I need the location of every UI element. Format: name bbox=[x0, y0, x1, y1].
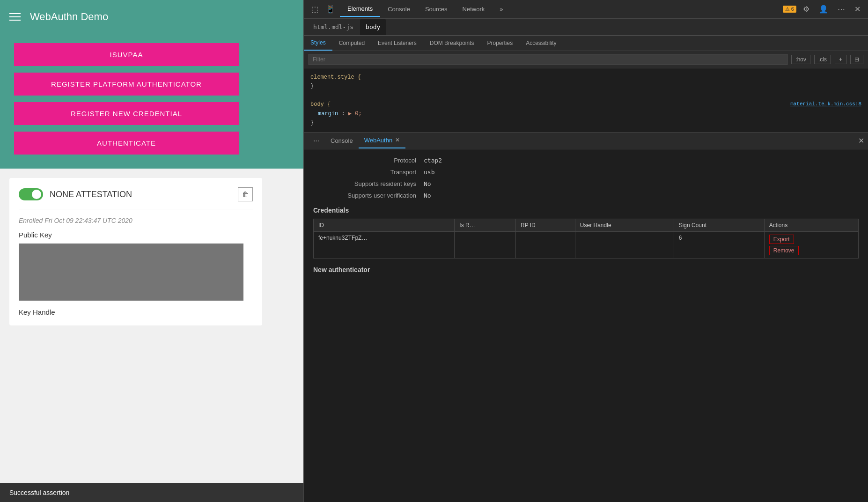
hamburger-menu-icon[interactable] bbox=[9, 13, 21, 21]
transport-label: Transport bbox=[313, 169, 416, 176]
tab-elements[interactable]: Elements bbox=[340, 1, 380, 17]
col-user-handle: User Handle bbox=[575, 219, 674, 231]
credential-is-r bbox=[455, 231, 516, 258]
margin-property: margin bbox=[318, 111, 338, 117]
transport-value: usb bbox=[424, 169, 434, 176]
devtools-panel: ⬚ 📱 Elements Console Sources Network » ⚠… bbox=[303, 0, 868, 502]
styles-tabs: Styles Computed Event Listeners DOM Brea… bbox=[304, 36, 868, 51]
export-credential-button[interactable]: Export bbox=[769, 235, 794, 244]
credential-sign-count: 6 bbox=[674, 231, 764, 258]
credential-card: NONE ATTESTATION 🗑 Enrolled Fri Oct 09 2… bbox=[9, 178, 262, 325]
hov-button[interactable]: :hov bbox=[791, 55, 810, 64]
key-handle-label: Key Handle bbox=[19, 308, 253, 316]
credential-rp-id bbox=[515, 231, 575, 258]
close-bottom-panel-button[interactable]: ✕ bbox=[858, 136, 864, 145]
cls-button[interactable]: .cls bbox=[814, 55, 831, 64]
card-title: NONE ATTESTATION bbox=[50, 190, 132, 199]
public-key-box bbox=[19, 244, 243, 301]
bottom-panel: ⋯ Console WebAuthn ✕ ✕ Protocol ctap2 Tr… bbox=[304, 133, 868, 502]
feedback-icon[interactable]: 👤 bbox=[816, 3, 831, 15]
user-verification-label: Supports user verification bbox=[313, 192, 416, 199]
close-devtools-button[interactable]: ✕ bbox=[852, 3, 863, 15]
toolbar-right: ⚠ 6 ⚙ 👤 ⋯ ✕ bbox=[783, 3, 863, 15]
tab-console[interactable]: Console bbox=[380, 1, 418, 17]
content-section: NONE ATTESTATION 🗑 Enrolled Fri Oct 09 2… bbox=[0, 169, 303, 483]
webauthn-panel: Protocol ctap2 Transport usb Supports re… bbox=[304, 149, 868, 502]
more-options-icon[interactable]: ⋯ bbox=[835, 3, 848, 15]
element-style-block: element.style { } bbox=[304, 68, 868, 96]
tab-styles[interactable]: Styles bbox=[304, 36, 332, 51]
protocol-row: Protocol ctap2 bbox=[313, 157, 859, 164]
margin-value: ▶ 0; bbox=[348, 111, 362, 117]
tab-sources[interactable]: Sources bbox=[418, 1, 455, 17]
enrolled-date: Enrolled Fri Oct 09 22:43:47 UTC 2020 bbox=[19, 217, 253, 224]
bottom-console-tab[interactable]: Console bbox=[325, 133, 359, 148]
col-sign-count: Sign Count bbox=[674, 219, 764, 231]
tab-network[interactable]: Network bbox=[455, 1, 493, 17]
isuv-button[interactable]: ISUVPAA bbox=[14, 43, 239, 66]
credential-id: fe+nuknu3ZTFpZ… bbox=[314, 231, 455, 258]
body-selector: body { bbox=[310, 101, 331, 108]
webauthn-tab-close[interactable]: ✕ bbox=[395, 137, 400, 143]
credentials-title: Credentials bbox=[313, 207, 859, 214]
credential-row: fe+nuknu3ZTFpZ… 6 Export Remove bbox=[314, 231, 859, 258]
status-message: Successful assertion bbox=[9, 489, 69, 496]
remove-credential-button[interactable]: Remove bbox=[769, 246, 799, 255]
transport-row: Transport usb bbox=[313, 169, 859, 176]
register-credential-button[interactable]: REGISTER NEW CREDENTIAL bbox=[14, 102, 239, 125]
register-platform-button[interactable]: REGISTER PLATFORM AUTHENTICATOR bbox=[14, 73, 239, 96]
resident-keys-row: Supports resident keys No bbox=[313, 180, 859, 187]
body-element-tab[interactable]: body bbox=[360, 19, 386, 35]
tab-accessibility[interactable]: Accessibility bbox=[519, 36, 563, 51]
credential-user-handle bbox=[575, 231, 674, 258]
app-header: WebAuthn Demo bbox=[0, 0, 303, 34]
user-verification-value: No bbox=[424, 192, 431, 199]
devtools-toolbar: ⬚ 📱 Elements Console Sources Network » ⚠… bbox=[304, 0, 868, 19]
settings-icon[interactable]: ⚙ bbox=[800, 3, 812, 15]
source-link[interactable]: material.te…k.min.css:8 bbox=[790, 100, 861, 109]
left-panel: WebAuthn Demo ISUVPAA REGISTER PLATFORM … bbox=[0, 0, 303, 502]
filter-input[interactable] bbox=[309, 54, 787, 65]
status-bar: Successful assertion bbox=[0, 483, 303, 502]
element-style-selector: element.style { bbox=[310, 74, 361, 81]
warning-badge: ⚠ 6 bbox=[783, 6, 796, 13]
device-tool-icon[interactable]: 📱 bbox=[323, 2, 338, 16]
protocol-value: ctap2 bbox=[424, 157, 442, 164]
bottom-more-button[interactable]: ⋯ bbox=[308, 133, 325, 148]
credential-actions: Export Remove bbox=[764, 231, 858, 258]
delete-credential-button[interactable]: 🗑 bbox=[238, 187, 253, 201]
body-style-block: body { material.te…k.min.css:8 margin : … bbox=[304, 96, 868, 132]
collapse-button[interactable]: ⊟ bbox=[850, 55, 863, 64]
bottom-tabs: ⋯ Console WebAuthn ✕ ✕ bbox=[304, 133, 868, 149]
webauthn-tab-label: WebAuthn bbox=[364, 137, 392, 144]
credentials-table: ID Is R… RP ID User Handle Sign Count Ac… bbox=[313, 219, 859, 258]
tab-event-listeners[interactable]: Event Listeners bbox=[371, 36, 423, 51]
col-is-r: Is R… bbox=[455, 219, 516, 231]
app-title: WebAuthn Demo bbox=[30, 11, 108, 23]
elements-breadcrumb: html.mdl-js body bbox=[304, 19, 868, 36]
more-tabs-button[interactable]: » bbox=[492, 1, 510, 17]
cursor-tool-icon[interactable]: ⬚ bbox=[309, 2, 321, 16]
tab-computed[interactable]: Computed bbox=[332, 36, 371, 51]
new-authenticator-title: New authenticator bbox=[313, 266, 859, 273]
tab-dom-breakpoints[interactable]: DOM Breakpoints bbox=[423, 36, 481, 51]
card-header: NONE ATTESTATION 🗑 bbox=[19, 187, 253, 209]
public-key-label: Public Key bbox=[19, 231, 253, 239]
resident-keys-label: Supports resident keys bbox=[313, 180, 416, 187]
protocol-label: Protocol bbox=[313, 157, 416, 164]
attestation-toggle[interactable] bbox=[19, 188, 43, 200]
devtools-tabs: Elements Console Sources Network » bbox=[340, 1, 511, 17]
col-rp-id: RP ID bbox=[515, 219, 575, 231]
tab-properties[interactable]: Properties bbox=[480, 36, 519, 51]
bottom-webauthn-tab[interactable]: WebAuthn ✕ bbox=[359, 133, 405, 148]
user-verification-row: Supports user verification No bbox=[313, 192, 859, 199]
resident-keys-value: No bbox=[424, 180, 431, 187]
add-style-button[interactable]: + bbox=[835, 55, 846, 64]
html-element-tab[interactable]: html.mdl-js bbox=[308, 19, 359, 35]
buttons-section: ISUVPAA REGISTER PLATFORM AUTHENTICATOR … bbox=[0, 34, 303, 169]
col-actions: Actions bbox=[764, 219, 858, 231]
styles-filter-bar: :hov .cls + ⊟ bbox=[304, 51, 868, 68]
col-id: ID bbox=[314, 219, 455, 231]
toggle-container: NONE ATTESTATION bbox=[19, 188, 132, 200]
authenticate-button[interactable]: AUTHENTICATE bbox=[14, 132, 239, 155]
